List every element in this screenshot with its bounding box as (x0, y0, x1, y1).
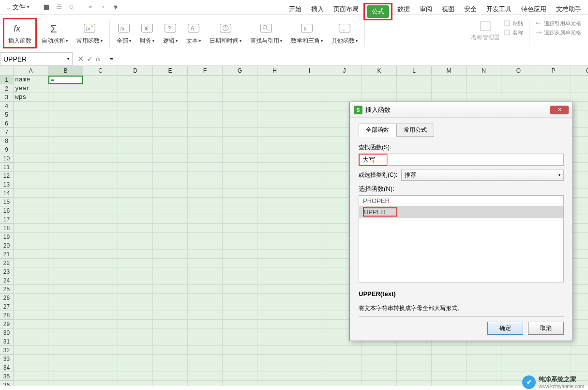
customize-qat-icon[interactable]: ▾ (111, 3, 120, 12)
cell[interactable] (153, 110, 188, 119)
cell[interactable] (118, 180, 153, 189)
cell[interactable] (83, 346, 118, 355)
cell[interactable] (571, 93, 588, 102)
cell[interactable] (292, 241, 327, 250)
save-icon[interactable] (42, 3, 51, 12)
cell[interactable] (257, 102, 292, 110)
cell[interactable] (118, 302, 153, 311)
row-header[interactable]: 7 (0, 128, 14, 137)
cell[interactable] (257, 154, 292, 163)
cell[interactable] (292, 84, 327, 93)
cell[interactable] (14, 294, 48, 302)
cell[interactable] (48, 154, 83, 163)
column-header[interactable]: O (501, 66, 536, 76)
cell[interactable] (118, 172, 153, 180)
cell[interactable] (571, 172, 588, 180)
cell[interactable] (14, 180, 48, 189)
cell[interactable] (223, 241, 257, 250)
cell[interactable] (83, 128, 118, 137)
cell[interactable] (292, 302, 327, 311)
logic-functions-button[interactable]: ? 逻辑▾ (159, 19, 181, 47)
tab-开始[interactable]: 开始 (284, 3, 306, 20)
cell[interactable] (571, 145, 588, 154)
cell[interactable] (188, 276, 223, 285)
cell[interactable] (327, 372, 362, 381)
cell[interactable] (223, 294, 257, 302)
row-header[interactable]: 6 (0, 119, 14, 128)
cell[interactable] (14, 346, 48, 355)
cell[interactable] (223, 93, 257, 102)
cell[interactable] (153, 206, 188, 215)
cell[interactable] (188, 163, 223, 172)
cell[interactable] (292, 215, 327, 224)
preview-icon[interactable] (67, 3, 76, 12)
cell[interactable] (188, 128, 223, 137)
cell[interactable] (292, 276, 327, 285)
cell[interactable] (571, 224, 588, 233)
cell[interactable] (118, 259, 153, 267)
cell[interactable] (153, 294, 188, 302)
cell[interactable] (153, 381, 188, 386)
cell[interactable] (223, 346, 257, 355)
trace-precedents-button[interactable]: 追踪引用单元格 (535, 20, 581, 27)
cell[interactable] (14, 320, 48, 328)
cell[interactable] (14, 233, 48, 241)
cell[interactable]: year (14, 84, 48, 93)
cell[interactable] (48, 163, 83, 172)
cell[interactable] (257, 328, 292, 337)
cell[interactable] (257, 119, 292, 128)
cell[interactable] (536, 355, 571, 363)
cell[interactable] (432, 346, 467, 355)
cell[interactable] (188, 224, 223, 233)
row-header[interactable]: 12 (0, 172, 14, 180)
function-list-item[interactable]: UPPER (359, 206, 563, 218)
cell[interactable] (257, 189, 292, 198)
cell[interactable] (118, 102, 153, 110)
redo-icon[interactable] (99, 3, 107, 12)
cell[interactable] (83, 250, 118, 259)
cell[interactable] (118, 372, 153, 381)
cell[interactable] (571, 259, 588, 267)
cell[interactable] (257, 241, 292, 250)
cell[interactable] (257, 84, 292, 93)
cell[interactable] (536, 93, 571, 102)
cell[interactable] (467, 363, 501, 372)
column-header[interactable]: N (467, 66, 501, 76)
cell[interactable] (257, 137, 292, 145)
cell[interactable] (223, 311, 257, 320)
cell[interactable] (153, 163, 188, 172)
column-header[interactable]: G (223, 66, 257, 76)
cell[interactable] (188, 233, 223, 241)
cell[interactable] (292, 206, 327, 215)
cell[interactable] (48, 346, 83, 355)
cell[interactable] (571, 198, 588, 206)
tab-安全[interactable]: 安全 (459, 3, 482, 20)
column-header[interactable]: J (327, 66, 362, 76)
cell[interactable] (118, 76, 153, 84)
cell[interactable] (118, 276, 153, 285)
cell[interactable] (83, 198, 118, 206)
cell[interactable] (48, 250, 83, 259)
cell[interactable] (14, 137, 48, 145)
cell[interactable] (536, 76, 571, 84)
cell[interactable] (257, 320, 292, 328)
cell[interactable] (118, 163, 153, 172)
tab-公式[interactable]: 公式 (367, 5, 389, 18)
cell[interactable] (83, 102, 118, 110)
cell[interactable] (83, 215, 118, 224)
cell[interactable] (292, 355, 327, 363)
cell[interactable] (571, 250, 588, 259)
cell[interactable] (501, 76, 536, 84)
cell[interactable] (118, 250, 153, 259)
cell[interactable] (292, 110, 327, 119)
cell[interactable] (257, 355, 292, 363)
insert-function-button[interactable]: fx 插入函数 (3, 18, 37, 48)
cell[interactable] (118, 189, 153, 198)
cell[interactable] (223, 145, 257, 154)
cell[interactable] (467, 346, 501, 355)
cell[interactable] (327, 346, 362, 355)
cell[interactable] (14, 363, 48, 372)
tab-数据[interactable]: 数据 (392, 3, 415, 20)
row-header[interactable]: 11 (0, 163, 14, 172)
cell[interactable] (188, 328, 223, 337)
